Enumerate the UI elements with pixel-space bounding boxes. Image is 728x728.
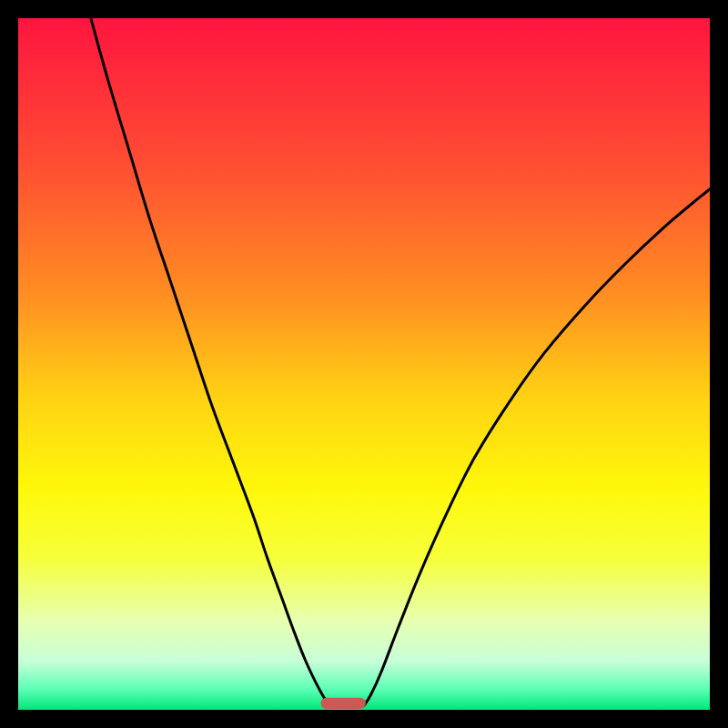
chart-frame: TheBottleneck.com xyxy=(18,18,710,710)
baseline-marker xyxy=(321,698,366,709)
bottleneck-chart xyxy=(18,18,710,710)
chart-gradient-background xyxy=(18,18,710,710)
